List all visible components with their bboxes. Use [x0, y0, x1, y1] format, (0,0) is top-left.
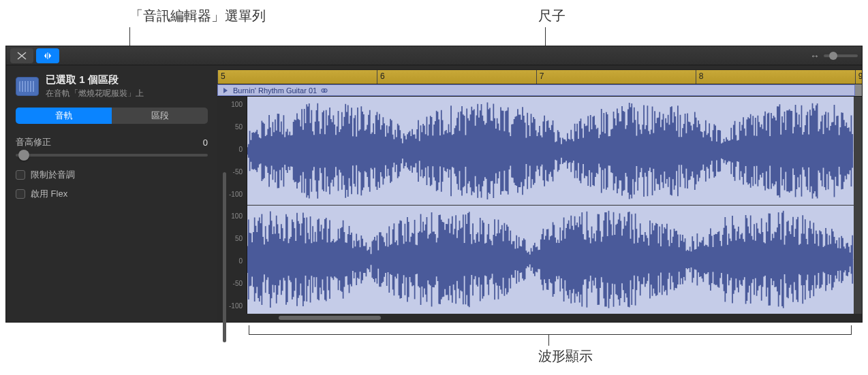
pitch-correction-slider[interactable] — [16, 154, 208, 157]
pitch-correction-value: 0 — [203, 137, 208, 148]
svg-rect-0 — [48, 52, 48, 59]
horizontal-zoom-control[interactable]: ↔ — [810, 50, 858, 61]
waveform-content-area: 5 6 7 8 9 Burnin' Rhythm Guitar 01 100 5… — [217, 65, 862, 322]
selection-subtitle: 在音軌「燃燒花呢服裝」上 — [46, 88, 144, 99]
tab-track[interactable]: 音軌 — [16, 108, 112, 124]
ruler[interactable]: 5 6 7 8 9 — [217, 69, 862, 84]
pitch-correction-label: 音高修正 — [16, 136, 51, 148]
tab-region[interactable]: 區段 — [112, 108, 208, 124]
ruler-marker: 6 — [380, 71, 385, 81]
scissors-tool-button[interactable] — [10, 48, 33, 63]
limit-to-key-checkbox[interactable] — [16, 170, 25, 180]
annotation-menu-bar: 「音訊編輯器」選單列 — [129, 7, 266, 25]
inspector-panel: 已選取 1 個區段 在音軌「燃燒花呢服裝」上 音軌 區段 音高修正 0 限制於音… — [6, 65, 217, 322]
ruler-marker: 5 — [221, 71, 226, 81]
region-name-text: Burnin' Rhythm Guitar 01 — [233, 86, 317, 95]
amplitude-scale: 100 50 0 -50 -100 100 50 0 -50 -100 — [217, 97, 247, 314]
bracket-waveform — [249, 325, 852, 335]
region-header-strip: Burnin' Rhythm Guitar 01 — [217, 84, 862, 97]
horizontal-scrollbar[interactable] — [217, 314, 862, 322]
flex-tool-button[interactable] — [36, 48, 59, 63]
annotation-line-menu-bar — [129, 27, 130, 46]
annotation-waveform: 波形顯示 — [538, 347, 593, 365]
ruler-marker: 8 — [699, 71, 704, 81]
ruler-marker: 7 — [540, 71, 544, 81]
enable-flex-checkbox[interactable] — [16, 189, 25, 199]
region-name-bar[interactable]: Burnin' Rhythm Guitar 01 — [217, 84, 855, 96]
play-icon — [222, 87, 229, 94]
annotation-line-waveform — [548, 335, 549, 346]
zoom-slider[interactable] — [824, 54, 858, 57]
inspector-scrollbar[interactable] — [223, 172, 226, 342]
limit-to-key-label: 限制於音調 — [31, 169, 75, 181]
ruler-marker: 9 — [858, 71, 862, 81]
loop-icon — [321, 87, 328, 94]
inspector-tabs: 音軌 區段 — [16, 108, 208, 124]
annotation-ruler: 尺子 — [538, 7, 565, 25]
region-thumbnail-icon — [16, 77, 39, 96]
zoom-horizontal-icon: ↔ — [810, 50, 820, 61]
zoom-slider-thumb[interactable] — [829, 52, 837, 60]
horizontal-scrollbar-thumb[interactable] — [279, 316, 381, 320]
waveform-display[interactable] — [247, 97, 854, 314]
enable-flex-label: 啟用 Flex — [31, 188, 67, 200]
audio-editor-window: ↔ 已選取 1 個區段 在音軌「燃燒花呢服裝」上 音軌 區段 音高修正 0 — [5, 46, 863, 323]
selection-title: 已選取 1 個區段 — [46, 74, 144, 86]
audio-editor-menu-bar: ↔ — [6, 46, 862, 65]
pitch-correction-slider-thumb[interactable] — [18, 150, 29, 161]
